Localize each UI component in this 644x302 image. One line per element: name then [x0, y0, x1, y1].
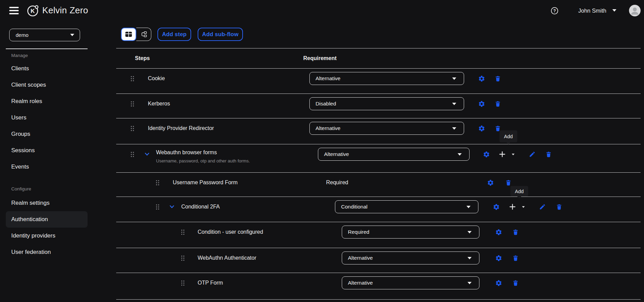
edit-icon[interactable] [528, 150, 536, 158]
add-options-chevron-icon[interactable] [509, 150, 517, 158]
hamburger-menu-icon[interactable] [9, 7, 19, 14]
drag-handle-icon[interactable] [179, 279, 187, 287]
delete-icon[interactable] [511, 279, 520, 287]
edit-icon[interactable] [538, 203, 547, 211]
step-name: Kerberos [148, 101, 170, 107]
select-caret-icon [458, 153, 462, 156]
step-name: Condition - user configured [198, 229, 263, 235]
sidebar-item-user-federation[interactable]: User federation [0, 244, 96, 260]
drag-handle-icon[interactable] [153, 178, 162, 187]
sidebar-item-authentication[interactable]: Authentication [6, 211, 88, 228]
add-step-button[interactable]: Add step [157, 28, 191, 41]
top-bar: K Kelvin Zero ? John Smith [0, 0, 644, 21]
sidebar-item-realm-roles[interactable]: Realm roles [0, 93, 96, 110]
delete-icon[interactable] [494, 74, 502, 83]
requirement-select-value: Alternative [316, 75, 340, 82]
help-icon[interactable]: ? [551, 7, 558, 16]
add-icon[interactable] [508, 203, 517, 211]
delete-icon[interactable] [494, 100, 502, 108]
table-view-icon [125, 31, 132, 37]
requirement-select[interactable]: Alternative [342, 251, 479, 264]
step-description: Username, password, otp and other auth f… [156, 158, 250, 163]
table-row: Username Password FormRequiredAdd [116, 173, 641, 197]
sidebar-item-realm-settings[interactable]: Realm settings [0, 195, 96, 211]
table-row: Identity Provider RedirectorAlternativeA… [116, 118, 641, 144]
user-menu[interactable]: John Smith [578, 8, 607, 14]
requirement-select-value: Alternative [316, 125, 340, 131]
requirement-select[interactable]: Alternative [309, 122, 464, 135]
column-header-steps: Steps [135, 55, 150, 61]
nav-section-label-manage: Manage [11, 53, 28, 58]
settings-icon[interactable] [477, 124, 486, 132]
delete-icon[interactable] [504, 178, 512, 187]
kelvin-zero-logo-icon: K [27, 4, 40, 19]
requirement-select[interactable]: Conditional [335, 200, 478, 213]
table-row: Webauthn browser formsUsername, password… [116, 144, 641, 173]
settings-icon[interactable] [494, 228, 503, 236]
user-menu-caret-icon[interactable] [612, 9, 616, 12]
settings-icon[interactable] [482, 150, 490, 158]
realm-selector[interactable]: demo [9, 29, 80, 41]
realm-selector-value: demo [16, 32, 29, 38]
add-sub-flow-button[interactable]: Add sub-flow [198, 28, 243, 41]
requirement-select[interactable]: Alternative [342, 276, 479, 289]
drag-handle-icon[interactable] [128, 124, 136, 132]
view-mode-toggle [121, 28, 151, 41]
settings-icon[interactable] [494, 254, 503, 262]
add-tooltip: Add [510, 186, 528, 197]
app-title: Kelvin Zero [42, 5, 88, 16]
requirement-select-value: Alternative [348, 255, 373, 261]
requirement-select[interactable]: Alternative [318, 148, 470, 161]
sidebar-item-events[interactable]: Events [0, 159, 96, 175]
drag-handle-icon[interactable] [128, 74, 136, 83]
delete-icon[interactable] [511, 228, 520, 236]
diagram-view-toggle[interactable] [136, 28, 151, 41]
table-view-toggle[interactable] [121, 28, 136, 41]
sidebar-item-users[interactable]: Users [0, 110, 96, 126]
requirement-select-value: Alternative [348, 280, 373, 286]
column-header-requirement: Requirement [303, 55, 337, 61]
step-name: Username Password Form [173, 179, 237, 186]
table-row: OTP FormAlternative [116, 273, 641, 300]
drag-handle-icon[interactable] [128, 100, 136, 108]
svg-text:K: K [31, 8, 35, 14]
requirement-select-value: Disabled [316, 101, 336, 107]
delete-icon[interactable] [555, 203, 563, 211]
sidebar-item-identity-providers[interactable]: Identity providers [0, 228, 96, 244]
settings-icon[interactable] [477, 74, 486, 83]
drag-handle-icon[interactable] [179, 228, 187, 236]
requirement-select[interactable]: Required [342, 226, 479, 239]
sidebar-item-client-scopes[interactable]: Client scopes [0, 77, 96, 93]
select-caret-icon [467, 231, 472, 233]
add-tooltip: Add [500, 130, 517, 142]
app-root: K Kelvin Zero ? John Smith [0, 0, 644, 302]
collapse-chevron-icon[interactable] [143, 150, 151, 158]
settings-icon[interactable] [492, 203, 500, 211]
delete-icon[interactable] [545, 150, 553, 158]
step-name: Identity Provider Redirector [148, 125, 214, 131]
sidebar-divider [6, 48, 88, 49]
settings-icon[interactable] [486, 178, 494, 187]
table-row: Conditional 2FAConditional [116, 197, 641, 222]
drag-handle-icon[interactable] [128, 150, 136, 158]
add-icon[interactable] [498, 150, 506, 158]
settings-icon[interactable] [494, 279, 503, 287]
delete-icon[interactable] [511, 254, 520, 262]
requirement-select[interactable]: Disabled [309, 97, 464, 110]
sidebar-item-sessions[interactable]: Sessions [0, 142, 96, 159]
sidebar-item-groups[interactable]: Groups [0, 126, 96, 142]
collapse-chevron-icon[interactable] [168, 203, 176, 211]
add-options-chevron-icon[interactable] [519, 203, 527, 211]
user-avatar[interactable] [629, 4, 641, 18]
requirement-text: Required [326, 179, 348, 186]
step-name: Webauthn browser forms [156, 149, 217, 156]
drag-handle-icon[interactable] [153, 203, 162, 211]
select-caret-icon [467, 282, 472, 284]
add-tooltip-label: Add [515, 189, 524, 194]
settings-icon[interactable] [477, 100, 486, 108]
diagram-view-icon [141, 31, 147, 37]
step-name: Conditional 2FA [181, 204, 220, 210]
drag-handle-icon[interactable] [179, 254, 187, 262]
sidebar-item-clients[interactable]: Clients [0, 60, 96, 77]
requirement-select[interactable]: Alternative [309, 72, 464, 85]
